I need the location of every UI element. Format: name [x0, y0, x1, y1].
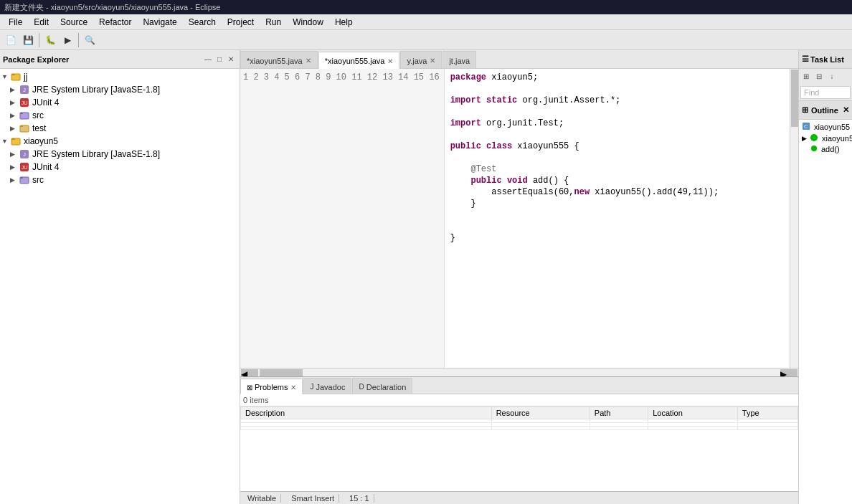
- bottom-panel: ⊠Problems✕JJavadocDDeclaration 0 items D…: [240, 376, 798, 491]
- explorer-maximize-btn[interactable]: □: [214, 54, 225, 65]
- explorer-tree: ▼jj▶JJRE System Library [JavaSE-1.8]▶JUJ…: [0, 69, 240, 504]
- explorer-title: Package Explorer: [3, 55, 202, 64]
- outline-item-0[interactable]: Cxiaoyun55: [800, 121, 851, 133]
- menu-item-file[interactable]: File: [3, 16, 28, 29]
- tree-label-xiaoyun5: xiaoyun5: [24, 136, 58, 146]
- svg-rect-9: [20, 125, 23, 127]
- problems-col-path: Path: [590, 407, 648, 419]
- svg-text:C: C: [804, 123, 808, 130]
- tree-icon-junit-xy5: JU: [19, 161, 30, 173]
- editor-tab-label-0: *xiaoyun55.java: [247, 57, 303, 65]
- horizontal-scrollbar[interactable]: ◀ ▶: [240, 368, 798, 376]
- bottom-tab-label-2: Declaration: [366, 383, 407, 391]
- horiz-scroll-thumb[interactable]: [260, 369, 303, 376]
- tree-arrow-xiaoyun5: ▼: [1, 138, 10, 145]
- outline-item-2[interactable]: add(): [800, 144, 851, 154]
- toolbar-new[interactable]: 📄: [3, 32, 19, 48]
- empty-row-3: [241, 427, 798, 430]
- tasklist-btn-3[interactable]: ↓: [826, 70, 838, 82]
- toolbar-sep-2: [78, 33, 79, 47]
- menu-item-refactor[interactable]: Refactor: [93, 16, 137, 29]
- editor-area: 1 2 3 4 5 6 7 8 9 10 11 12 13 14 15 16 p…: [240, 69, 798, 368]
- tree-item-xiaoyun5[interactable]: ▼xiaoyun5: [0, 135, 240, 148]
- horiz-scroll-right[interactable]: ▶: [780, 369, 797, 376]
- tree-item-jj[interactable]: ▼jj: [0, 70, 240, 83]
- tasklist-btn-2[interactable]: ⊟: [813, 70, 825, 82]
- svg-point-21: [811, 146, 817, 151]
- right-panel: ☰ Task List ⊞ ⊟ ↓ Find ⊞ Outline ✕ Cxiao…: [798, 50, 852, 504]
- svg-text:JU: JU: [22, 100, 28, 105]
- editor-scrollbar[interactable]: [790, 69, 798, 368]
- problems-col-type: Type: [737, 407, 797, 419]
- horiz-scroll-left[interactable]: ◀: [241, 369, 258, 376]
- editor-tab-close-0[interactable]: ✕: [306, 57, 311, 65]
- problems-header: DescriptionResourcePathLocationType: [241, 407, 798, 419]
- editor-tab-close-1[interactable]: ✕: [387, 57, 393, 65]
- outline-item-1[interactable]: ▶xiaoyun555: [800, 133, 851, 144]
- tree-item-jre-xy5[interactable]: ▶JJRE System Library [JavaSE-1.8]: [0, 148, 240, 161]
- menu-item-project[interactable]: Project: [222, 16, 260, 29]
- toolbar-search[interactable]: 🔍: [82, 32, 98, 48]
- menubar: FileEditSourceRefactorNavigateSearchProj…: [0, 14, 852, 30]
- tree-item-junit-jj[interactable]: ▶JUJUnit 4: [0, 96, 240, 109]
- outline-title: Outline: [811, 106, 838, 115]
- explorer-header: Package Explorer — □ ✕: [0, 50, 240, 69]
- outline-close[interactable]: ✕: [843, 105, 849, 115]
- tree-icon-jre-xy5: J: [19, 148, 30, 160]
- editor-tab-0[interactable]: *xiaoyun55.java✕: [240, 51, 318, 68]
- svg-text:JU: JU: [22, 165, 28, 170]
- editor-tab-3[interactable]: jt.java: [442, 51, 476, 68]
- editor-tab-1[interactable]: *xiaoyun555.java✕: [318, 52, 400, 69]
- editor-tab-close-2[interactable]: ✕: [430, 57, 435, 65]
- menu-item-source[interactable]: Source: [55, 16, 93, 29]
- menu-item-run[interactable]: Run: [260, 16, 287, 29]
- tree-arrow-junit-xy5: ▶: [10, 163, 19, 171]
- bottom-tab-declaration[interactable]: DDeclaration: [352, 378, 412, 394]
- main-area: Package Explorer — □ ✕ ▼jj▶JJRE System L…: [0, 50, 852, 504]
- problems-body: [241, 419, 798, 430]
- tree-arrow-jre-xy5: ▶: [10, 151, 19, 158]
- outline-tree: Cxiaoyun55▶xiaoyun555add(): [799, 120, 852, 504]
- outline-method-icon-2: [810, 145, 818, 153]
- tree-icon-src-xy5: [19, 174, 30, 186]
- bottom-tab-javadoc[interactable]: JJavadoc: [303, 378, 351, 394]
- toolbar-debug[interactable]: 🐛: [42, 32, 58, 48]
- bottom-tabs: ⊠Problems✕JJavadocDDeclaration: [240, 377, 798, 394]
- menu-item-help[interactable]: Help: [329, 16, 359, 29]
- bottom-tab-close-0[interactable]: ✕: [290, 384, 296, 391]
- outline-label-2: add(): [821, 145, 840, 153]
- toolbar-save[interactable]: 💾: [20, 32, 36, 48]
- code-editor[interactable]: package xiaoyun5; import static org.juni…: [445, 69, 790, 368]
- svg-text:J: J: [23, 151, 26, 158]
- tree-item-src-jj[interactable]: ▶src: [0, 109, 240, 122]
- scrollbar-thumb[interactable]: [791, 70, 798, 127]
- tree-arrow-src-jj: ▶: [10, 112, 19, 119]
- tree-label-src-xy5: src: [32, 175, 44, 185]
- svg-rect-1: [11, 74, 15, 75]
- tree-item-src-xy5[interactable]: ▶src: [0, 173, 240, 186]
- editor-tab-2[interactable]: y.java✕: [400, 51, 442, 68]
- bottom-tab-problems[interactable]: ⊠Problems✕: [240, 379, 303, 394]
- tree-item-test-jj[interactable]: ▶test: [0, 122, 240, 135]
- tree-label-jre-xy5: JRE System Library [JavaSE-1.8]: [32, 149, 160, 159]
- tree-item-junit-xy5[interactable]: ▶JUJUnit 4: [0, 161, 240, 173]
- tree-label-test-jj: test: [32, 123, 46, 133]
- statusbar: Writable Smart Insert 15 : 1: [240, 491, 798, 504]
- tree-arrow-junit-jj: ▶: [10, 99, 19, 106]
- menu-item-edit[interactable]: Edit: [28, 16, 55, 29]
- tree-icon-jj: [10, 71, 22, 82]
- problems-table: DescriptionResourcePathLocationType: [240, 406, 798, 430]
- explorer-minimize-btn[interactable]: —: [202, 54, 214, 65]
- explorer-close-btn[interactable]: ✕: [225, 54, 237, 65]
- status-writable: Writable: [243, 494, 281, 503]
- menu-item-window[interactable]: Window: [287, 16, 329, 29]
- menu-item-navigate[interactable]: Navigate: [137, 16, 182, 29]
- outline-class-icon-0: C: [802, 122, 810, 132]
- bottom-tab-icon-1: J: [310, 383, 313, 391]
- toolbar-run[interactable]: ▶: [60, 32, 75, 48]
- tasklist-btn-1[interactable]: ⊞: [800, 70, 812, 82]
- menu-item-search[interactable]: Search: [183, 16, 222, 29]
- tree-item-jre-jj[interactable]: ▶JJRE System Library [JavaSE-1.8]: [0, 83, 240, 96]
- tasklist-header: ☰ Task List: [799, 50, 852, 69]
- problems-content: 0 items DescriptionResourcePathLocationT…: [240, 394, 798, 491]
